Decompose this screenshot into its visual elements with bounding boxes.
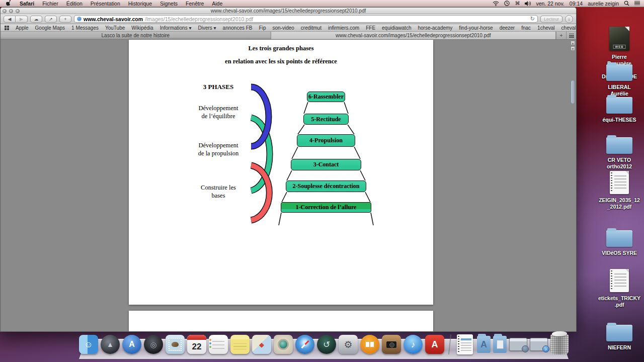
- pyramid-box-3: 3-Contact: [291, 159, 361, 170]
- bookmark-item[interactable]: cheval-savoir: [561, 25, 576, 31]
- notebook-document-icon[interactable]: [457, 334, 473, 354]
- bookmark-item[interactable]: creditmut: [301, 25, 321, 31]
- itunes-icon[interactable]: ♪: [404, 335, 423, 354]
- bookmark-item[interactable]: Google Maps: [35, 25, 65, 31]
- minimized-window-icon[interactable]: [509, 338, 527, 351]
- maps-icon[interactable]: ◆: [252, 335, 271, 354]
- desktop-icon-zeigin203512[interactable]: ZEIGIN_2035_12_2012.pdf: [600, 171, 639, 210]
- bookmark-item[interactable]: 1 Messages: [71, 25, 99, 31]
- bookmark-item[interactable]: Fip: [259, 25, 266, 31]
- desktop-icon-quitheses[interactable]: équi-THESES: [600, 95, 639, 123]
- desktop-icon-niefern[interactable]: NIEFERN: [600, 322, 639, 351]
- safari-icon[interactable]: [295, 335, 314, 354]
- zoom-button[interactable]: [16, 9, 20, 13]
- bookmark-item[interactable]: annonces FB: [223, 25, 253, 31]
- scroll-down-button[interactable]: ▼: [571, 46, 575, 51]
- address-bar[interactable]: www.cheval-savoir.com /images/15/echelle…: [74, 15, 538, 23]
- dock-icon-row: ☺▲A◎22◆↺⚙♪AA♪: [79, 334, 569, 355]
- menu-fentre[interactable]: Fenêtre: [186, 1, 204, 7]
- notification-center-icon[interactable]: [634, 1, 640, 6]
- menu-aide[interactable]: Aide: [212, 1, 222, 7]
- tab-cheval-savoir-pdf[interactable]: www.cheval-savoir.com/images/15/echelled…: [271, 32, 556, 39]
- menu-historique[interactable]: Historique: [128, 1, 152, 7]
- calendar-icon[interactable]: 22: [187, 335, 206, 354]
- bookmark-item[interactable]: fnac: [521, 25, 531, 31]
- show-all-tabs-button[interactable]: [566, 32, 576, 39]
- mail-icon[interactable]: [166, 335, 185, 354]
- camera-photo-icon[interactable]: [382, 335, 401, 354]
- ibooks-icon[interactable]: [360, 335, 379, 354]
- desktop-icon-crveto[interactable]: CR VETOortho2012: [600, 135, 639, 170]
- pdf-page-2: [129, 311, 433, 332]
- scroll-up-button[interactable]: ▲: [571, 41, 575, 45]
- app-store-icon[interactable]: A: [122, 335, 141, 354]
- notes-icon[interactable]: [230, 335, 250, 354]
- pdf-viewer: Les trois grandes phases en relation ave…: [1, 40, 576, 332]
- bookmark-item[interactable]: infirmiers.com: [328, 25, 359, 31]
- desktop-icon-eticketstricky[interactable]: etickets_TRICKY.pdf: [600, 269, 639, 308]
- adobe-reader-icon[interactable]: A: [425, 335, 444, 354]
- bookmark-item[interactable]: FFE: [366, 25, 375, 31]
- time-machine-menu-icon[interactable]: [504, 1, 510, 6]
- bookmark-item[interactable]: YouTube: [105, 25, 125, 31]
- desktop-icon-label: etickets_TRICKY.pdf: [598, 295, 640, 308]
- menu-safari[interactable]: Safari: [20, 1, 34, 7]
- pyramid-box-1: 1-Correction de l’allure: [281, 202, 371, 213]
- wifi-icon[interactable]: [493, 1, 499, 6]
- trash-icon[interactable]: [550, 334, 569, 354]
- desktop-icon-liberalaurlie[interactable]: LIBERAL Aurélie: [600, 62, 639, 97]
- pdf-file-icon: [610, 171, 629, 194]
- window-titlebar[interactable]: www.cheval-savoir.com/images/15/echelled…: [1, 8, 576, 14]
- bookmark-item[interactable]: Divers ▾: [198, 25, 216, 31]
- share-button[interactable]: ↗: [45, 16, 57, 23]
- bookmark-item[interactable]: find-your-horse: [459, 25, 493, 31]
- desktop-icon-vidossyre[interactable]: VIDéOS SYRE: [600, 228, 639, 256]
- menu-time[interactable]: 09:14: [570, 1, 583, 7]
- reader-button[interactable]: Lecteur: [540, 16, 562, 23]
- launchpad-icon[interactable]: ▲: [101, 335, 120, 354]
- downloads-button[interactable]: ↓: [565, 15, 573, 23]
- top-sites-icon[interactable]: [5, 26, 9, 30]
- new-tab-button[interactable]: +: [59, 16, 71, 23]
- system-preferences-icon[interactable]: ⚙: [339, 335, 358, 354]
- finder-icon[interactable]: ☺: [79, 335, 98, 354]
- menu-signets[interactable]: Signets: [160, 1, 178, 7]
- iphoto-icon[interactable]: [274, 335, 293, 354]
- minimized-window-itunes-icon[interactable]: ♪: [530, 338, 548, 351]
- menu-dition[interactable]: Édition: [66, 1, 83, 7]
- input-menu-icon[interactable]: ⌘: [515, 1, 520, 6]
- tab-lasco[interactable]: Lasco la suite de notre histoire: [1, 32, 271, 39]
- close-button[interactable]: [3, 9, 7, 13]
- minimize-button[interactable]: [9, 9, 13, 13]
- bookmark-item[interactable]: son-video: [272, 25, 294, 31]
- bookmark-item[interactable]: horse-academy: [418, 25, 452, 31]
- new-tab-plus-button[interactable]: +: [556, 32, 566, 39]
- scrollbar-thumb[interactable]: [571, 80, 575, 104]
- applications-folder-icon[interactable]: A: [477, 336, 491, 353]
- reminders-icon[interactable]: [209, 335, 228, 354]
- bookmark-item[interactable]: Informations ▾: [160, 25, 192, 31]
- back-button[interactable]: ◀: [4, 16, 16, 23]
- pdf-page-1: Les trois grandes phases en relation ave…: [129, 40, 433, 305]
- icloud-tabs-button[interactable]: ☁: [30, 16, 42, 23]
- volume-icon[interactable]: [525, 1, 531, 6]
- dashboard-icon[interactable]: ◎: [144, 335, 163, 354]
- bookmark-item[interactable]: deezer: [500, 25, 515, 31]
- spotlight-icon[interactable]: [624, 1, 629, 6]
- time-machine-icon[interactable]: ↺: [317, 335, 336, 354]
- forward-button[interactable]: ▶: [16, 16, 28, 23]
- menu-fichier[interactable]: Fichier: [42, 1, 58, 7]
- bookmark-item[interactable]: Wikipédia: [131, 25, 153, 31]
- bookmark-item[interactable]: 1cheval: [537, 25, 554, 31]
- desktop: WEBPierre Beaupère– Dres...TITUDELIBERAL…: [0, 0, 644, 362]
- documents-folder-icon[interactable]: [493, 336, 507, 353]
- menu-prsentation[interactable]: Présentation: [91, 1, 120, 7]
- label-line: équi-THESES: [602, 117, 636, 123]
- web-document-icon: WEB: [609, 27, 629, 51]
- apple-menu-icon[interactable]: [6, 0, 12, 7]
- bookmark-item[interactable]: equidiawatch: [382, 25, 411, 31]
- bookmark-item[interactable]: Apple: [16, 25, 29, 31]
- reload-icon[interactable]: ↻: [530, 16, 535, 22]
- menu-date[interactable]: ven. 22 nov.: [536, 1, 564, 7]
- menu-user[interactable]: aurelie zeigin: [588, 1, 619, 7]
